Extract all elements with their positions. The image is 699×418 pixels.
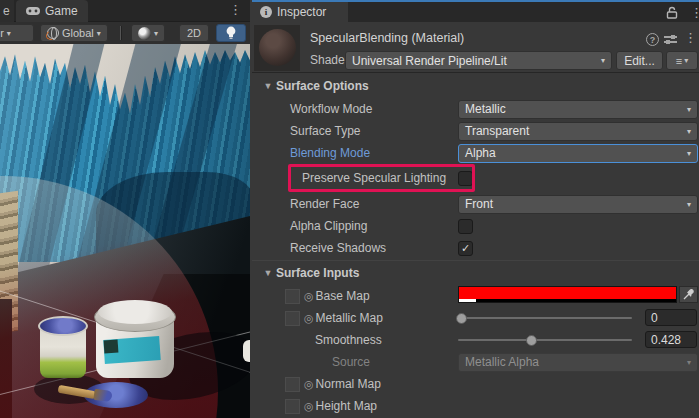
- shader-label: Shader: [310, 53, 349, 67]
- scene-bucket-lid: [98, 300, 172, 324]
- render-face-value: Front: [465, 197, 493, 211]
- shading-mode-button[interactable]: ▾: [131, 24, 165, 42]
- metallic-value-field[interactable]: 0: [645, 309, 697, 326]
- chevron-down-icon: ▾: [601, 56, 605, 65]
- metallic-map-row: ◎ Metallic Map 0: [252, 307, 699, 329]
- pivot-label: ter: [0, 27, 4, 39]
- help-icon[interactable]: ?: [646, 33, 659, 46]
- material-menu-icon[interactable]: ⋮: [684, 31, 697, 44]
- metallic-slider-knob[interactable]: [456, 313, 467, 324]
- chevron-down-icon: ▾: [97, 29, 101, 38]
- base-map-row: ◎ Base Map: [252, 285, 699, 307]
- game-tab-bar: e Game ⋮: [0, 0, 250, 22]
- info-icon: i: [260, 6, 272, 18]
- base-map-label: Base Map: [316, 289, 370, 303]
- texture-target-icon: ◎: [304, 290, 314, 303]
- surface-inputs-header[interactable]: ▼ Surface Inputs: [252, 263, 699, 283]
- base-map-color-swatch[interactable]: [458, 286, 677, 303]
- surface-options-header[interactable]: ▼ Surface Options: [252, 76, 699, 96]
- tab-game[interactable]: Game: [16, 0, 88, 22]
- alpha-clipping-label: Alpha Clipping: [290, 219, 367, 233]
- section-divider: [252, 260, 699, 261]
- lighting-toggle-button[interactable]: [216, 24, 246, 42]
- chevron-down-icon: ▾: [687, 200, 691, 209]
- smoothness-slider[interactable]: [458, 339, 632, 341]
- shader-list-dropdown[interactable]: ≡ ▾: [666, 51, 698, 70]
- list-icon: ≡: [676, 55, 682, 67]
- normal-map-label: Normal Map: [316, 377, 381, 391]
- texture-target-icon: ◎: [304, 378, 314, 391]
- normal-map-texture-slot[interactable]: [285, 377, 300, 392]
- source-label: Source: [332, 355, 370, 369]
- smoothness-value-field[interactable]: 0.428: [645, 331, 697, 348]
- unlock-icon[interactable]: [666, 6, 678, 19]
- game-menu-icon[interactable]: ⋮: [229, 3, 242, 16]
- presets-icon[interactable]: [664, 33, 677, 46]
- height-map-label: Height Map: [316, 399, 377, 413]
- smoothness-label: Smoothness: [315, 333, 382, 347]
- smoothness-source-row: Source Metallic Alpha ▾: [252, 351, 699, 373]
- blending-mode-label: Blending Mode: [290, 146, 370, 160]
- height-map-texture-slot[interactable]: [285, 399, 300, 414]
- 2d-toggle-button[interactable]: 2D: [179, 24, 209, 42]
- foldout-icon[interactable]: ▼: [260, 268, 276, 278]
- game-panel: e Game ⋮ ter ▾ Global ▾: [0, 0, 250, 418]
- global-pivot-button[interactable]: Global ▾: [40, 24, 108, 42]
- color-swatch-main: [459, 287, 676, 299]
- eyedropper-icon: [683, 289, 694, 300]
- surface-type-row: Surface Type Transparent ▾: [252, 120, 699, 142]
- globe-icon: [47, 27, 59, 39]
- tab-inspector[interactable]: i Inspector: [252, 2, 348, 22]
- inspector-tab-bar: i Inspector ⋮: [252, 2, 699, 22]
- receive-shadows-checkbox[interactable]: ✓: [458, 241, 473, 256]
- scene-object: [243, 340, 250, 362]
- shaded-sphere-icon: [138, 27, 151, 40]
- texture-target-icon: ◎: [304, 400, 314, 413]
- material-header: SpecularBlending (Material) ? ⋮ Shader U…: [252, 22, 699, 73]
- surface-type-dropdown[interactable]: Transparent ▾: [458, 122, 698, 141]
- gamepad-icon: [26, 6, 40, 16]
- chevron-down-icon: ▾: [7, 29, 11, 38]
- texture-target-icon: ◎: [304, 312, 314, 325]
- chevron-down-icon: ▾: [687, 358, 691, 367]
- base-map-texture-slot[interactable]: [285, 289, 300, 304]
- render-face-row: Render Face Front ▾: [252, 193, 699, 215]
- blending-mode-value: Alpha: [465, 146, 496, 160]
- render-face-label: Render Face: [290, 197, 359, 211]
- eyedropper-button[interactable]: [679, 286, 698, 303]
- smoothness-slider-knob[interactable]: [526, 335, 537, 346]
- scene-brush-bristles: [93, 389, 112, 402]
- inspector-panel: i Inspector ⋮ SpecularBlending (Material…: [252, 0, 699, 418]
- workflow-mode-dropdown[interactable]: Metallic ▾: [458, 100, 698, 119]
- scene-paint-can-top: [38, 316, 88, 336]
- chevron-down-icon: ▾: [684, 56, 688, 65]
- metallic-map-texture-slot[interactable]: [285, 311, 300, 326]
- material-preview-thumbnail[interactable]: [254, 25, 300, 71]
- metallic-slider[interactable]: [458, 317, 632, 319]
- blending-mode-dropdown[interactable]: Alpha ▾: [458, 144, 698, 163]
- chevron-down-icon: ▾: [687, 149, 691, 158]
- tab-scene-partial[interactable]: e: [0, 0, 14, 22]
- preserve-specular-checkbox[interactable]: [458, 171, 473, 186]
- edit-shader-button[interactable]: Edit...: [616, 51, 663, 70]
- workflow-mode-row: Workflow Mode Metallic ▾: [252, 98, 699, 120]
- blending-mode-row: Blending Mode Alpha ▾: [252, 142, 699, 164]
- game-toolbar: ter ▾ Global ▾ ▾ 2D: [0, 22, 250, 44]
- foldout-icon[interactable]: ▼: [260, 81, 276, 91]
- pivot-button-partial[interactable]: ter ▾: [0, 24, 34, 42]
- source-value: Metallic Alpha: [465, 355, 539, 369]
- lightbulb-icon: [226, 26, 236, 40]
- height-map-row: ◎ Height Map: [252, 395, 699, 417]
- inspector-menu-icon[interactable]: ⋮: [690, 6, 699, 19]
- render-face-dropdown[interactable]: Front ▾: [458, 195, 698, 214]
- game-viewport[interactable]: [0, 44, 250, 418]
- section-title: Surface Options: [276, 79, 369, 93]
- metallic-map-label: Metallic Map: [316, 311, 383, 325]
- 2d-label: 2D: [187, 27, 201, 39]
- alpha-clipping-checkbox[interactable]: [458, 219, 473, 234]
- preserve-specular-label: Preserve Specular Lighting: [302, 171, 446, 185]
- shader-value: Universal Render Pipeline/Lit: [352, 54, 507, 68]
- shader-dropdown[interactable]: Universal Render Pipeline/Lit ▾: [345, 51, 612, 70]
- scene-bucket-logo: [104, 340, 119, 354]
- receive-shadows-label: Receive Shadows: [290, 241, 386, 255]
